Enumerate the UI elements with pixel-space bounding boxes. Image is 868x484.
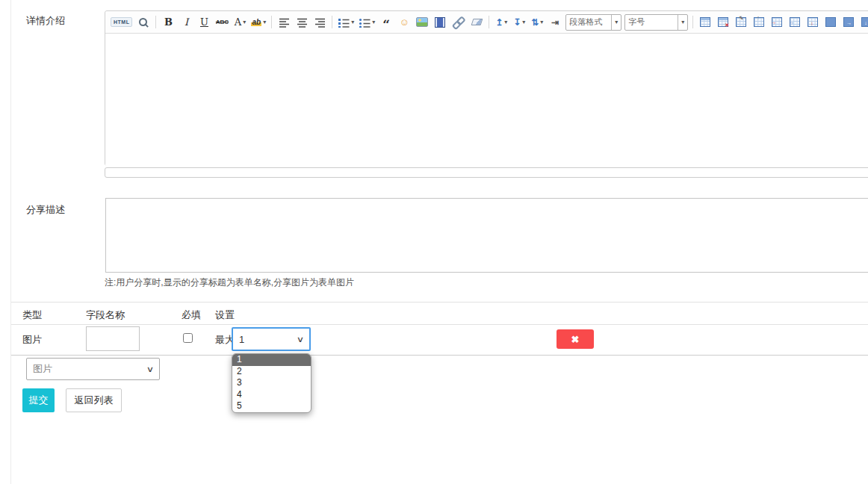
font-size-select[interactable]: 字号▾ bbox=[624, 14, 688, 31]
col-header-field-name: 字段名称 bbox=[86, 308, 125, 322]
underline-button[interactable]: U bbox=[196, 14, 212, 31]
insert-col-left-icon: → bbox=[790, 17, 800, 27]
dropdown-option-5[interactable]: 5 bbox=[232, 400, 311, 412]
field-name-input[interactable] bbox=[86, 326, 140, 351]
margin-top-icon: ↥ bbox=[495, 17, 503, 28]
strikethrough-button[interactable]: ABC bbox=[214, 14, 230, 31]
align-left-button[interactable] bbox=[276, 14, 292, 31]
dropdown-option-4[interactable]: 4 bbox=[232, 389, 311, 401]
insert-table-button[interactable] bbox=[697, 14, 713, 31]
align-center-button[interactable] bbox=[294, 14, 310, 31]
add-field-type-value: 图片 bbox=[27, 362, 52, 376]
row-down-icon: ↓ bbox=[861, 17, 868, 27]
cell-merge-icon bbox=[825, 17, 836, 27]
toolbar-separator bbox=[271, 16, 272, 28]
toolbar-separator bbox=[489, 16, 489, 28]
dropdown-option-3[interactable]: 3 bbox=[232, 377, 311, 389]
delete-table-icon: ✕ bbox=[718, 17, 728, 27]
cell-merge-button[interactable] bbox=[822, 14, 839, 31]
caret-down-icon: ▾ bbox=[263, 19, 266, 25]
col-header-type: 类型 bbox=[22, 308, 42, 322]
share-note-text: 注:用户分享时,显示的分享标题为表单名称,分享图片为表单图片 bbox=[105, 276, 354, 289]
margin-bottom-button[interactable]: ↧▾ bbox=[511, 14, 527, 31]
insert-row-below-icon: → bbox=[772, 17, 782, 27]
share-desc-textarea[interactable] bbox=[105, 198, 868, 273]
max-count-value: 1 bbox=[233, 334, 244, 345]
italic-icon: I bbox=[185, 16, 188, 28]
caret-down-icon: ▾ bbox=[522, 19, 525, 25]
preview-button[interactable] bbox=[135, 14, 152, 31]
editor-status-bar bbox=[105, 167, 868, 178]
paragraph-format-select[interactable]: 段落格式▾ bbox=[565, 14, 621, 31]
row-right-icon: → bbox=[843, 17, 854, 27]
margin-top-button[interactable]: ↥▾ bbox=[493, 14, 509, 31]
editor-content-area[interactable] bbox=[105, 34, 868, 167]
blockquote-button[interactable]: “ bbox=[378, 14, 394, 31]
row-down-button[interactable]: ↓ bbox=[858, 14, 868, 31]
html-source-icon: HTML bbox=[111, 17, 132, 27]
html-source-button[interactable]: HTML bbox=[109, 14, 134, 31]
emoticon-icon: ☺ bbox=[400, 16, 409, 28]
image-icon bbox=[416, 17, 428, 27]
indent-icon: ⇥ bbox=[551, 17, 559, 28]
align-right-icon bbox=[314, 17, 326, 28]
table-header-divider bbox=[11, 324, 868, 325]
delete-table-button[interactable]: ✕ bbox=[715, 14, 731, 31]
italic-button[interactable]: I bbox=[178, 14, 194, 31]
table-top-divider bbox=[11, 302, 868, 302]
cell-props-icon: ⬉ bbox=[736, 17, 746, 27]
font-color-icon: A bbox=[235, 16, 241, 28]
insert-link-button[interactable] bbox=[450, 14, 467, 31]
col-header-settings: 设置 bbox=[215, 308, 235, 322]
ordered-list-button[interactable]: ▾ bbox=[336, 14, 356, 31]
ordered-list-icon bbox=[338, 17, 350, 28]
toolbar-separator bbox=[155, 16, 156, 28]
insert-row-above-icon: ↑ bbox=[754, 17, 764, 27]
dropdown-option-2[interactable]: 2 bbox=[232, 366, 311, 378]
emoticon-button[interactable]: ☺ bbox=[396, 14, 412, 31]
bullet-list-icon bbox=[359, 17, 371, 28]
caret-down-icon: ▾ bbox=[351, 19, 354, 25]
align-right-button[interactable] bbox=[311, 14, 328, 31]
bold-button[interactable]: B bbox=[160, 14, 176, 31]
insert-image-button[interactable] bbox=[414, 14, 430, 31]
required-checkbox[interactable] bbox=[183, 333, 193, 343]
font-size-value: 字号 bbox=[625, 15, 678, 30]
add-field-type-select[interactable]: 图片 ∨ bbox=[26, 358, 160, 380]
delete-field-button[interactable]: ✖ bbox=[557, 329, 594, 349]
back-to-list-button[interactable]: 返回列表 bbox=[66, 388, 122, 412]
row-type-label: 图片 bbox=[22, 333, 42, 347]
font-color-button[interactable]: A▾ bbox=[232, 14, 248, 31]
strikethrough-icon: ABC bbox=[216, 19, 229, 25]
insert-row-above-button[interactable]: ↑ bbox=[751, 14, 767, 31]
rich-text-editor: HTML B I U ABC A▾ ab▾ ▾ ▾ “ ☺ ↥▾ ↧▾ ⇅▾ ⇥… bbox=[105, 10, 868, 166]
remove-format-button[interactable] bbox=[468, 14, 485, 31]
delete-x-icon: ✖ bbox=[571, 334, 580, 345]
max-count-select[interactable]: 1 ∨ bbox=[232, 327, 311, 351]
line-height-button[interactable]: ⇅▾ bbox=[529, 14, 545, 31]
cell-props-button[interactable]: ⬉ bbox=[733, 14, 749, 31]
caret-down-icon: ▾ bbox=[372, 19, 375, 25]
panel-left-border bbox=[10, 0, 11, 484]
caret-down-icon: ▾ bbox=[243, 19, 246, 25]
paragraph-format-value: 段落格式 bbox=[566, 15, 611, 30]
table-row-divider bbox=[11, 355, 868, 356]
insert-col-left-button[interactable]: → bbox=[787, 14, 803, 31]
submit-button[interactable]: 提交 bbox=[22, 388, 55, 412]
margin-bottom-icon: ↧ bbox=[513, 17, 521, 28]
highlight-color-button[interactable]: ab▾ bbox=[249, 14, 267, 31]
bullet-list-button[interactable]: ▾ bbox=[357, 14, 376, 31]
insert-media-button[interactable] bbox=[432, 14, 448, 31]
underline-icon: U bbox=[200, 16, 208, 28]
caret-down-icon: ▾ bbox=[678, 15, 687, 30]
dropdown-option-1[interactable]: 1 bbox=[232, 354, 311, 366]
caret-down-icon: ▾ bbox=[540, 19, 543, 25]
chevron-down-icon: ∨ bbox=[146, 364, 161, 374]
indent-button[interactable]: ⇥ bbox=[547, 14, 563, 31]
insert-table-icon bbox=[700, 17, 710, 27]
row-right-button[interactable]: → bbox=[840, 14, 857, 31]
insert-row-below-button[interactable]: → bbox=[769, 14, 785, 31]
delete-row-button[interactable]: ↓ bbox=[805, 14, 821, 31]
align-left-icon bbox=[279, 17, 290, 28]
caret-down-icon: ▾ bbox=[504, 19, 507, 25]
